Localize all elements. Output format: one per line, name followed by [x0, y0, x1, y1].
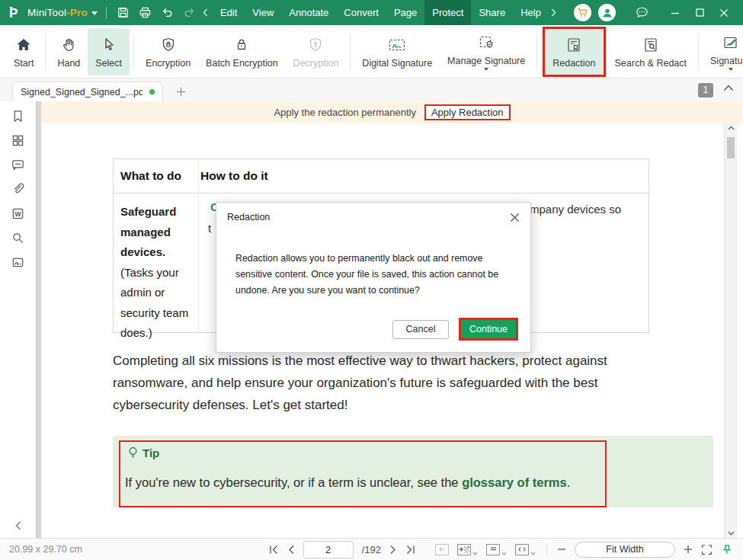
- minimize-button[interactable]: [664, 0, 687, 25]
- main-area: Apply the redaction permanently Apply Re…: [41, 101, 743, 538]
- panel-splitter[interactable]: [36, 101, 41, 538]
- page-number-input[interactable]: [303, 541, 354, 558]
- menu-page[interactable]: Page: [386, 0, 424, 25]
- table-header-what: What to do: [114, 169, 191, 183]
- shield-key-icon: [306, 35, 325, 55]
- ribbon-decryption-button[interactable]: Decryption: [286, 28, 347, 75]
- tip-callout-box: Tip If you're new to cybersecurity, or i…: [113, 436, 713, 507]
- ribbon-start-button[interactable]: Start: [6, 28, 41, 75]
- menubar: Edit View Annotate Convert Page Protect …: [213, 0, 549, 25]
- sidebar-collapse-button[interactable]: [0, 521, 36, 530]
- menu-scroll-left-icon[interactable]: [200, 8, 211, 17]
- undo-button[interactable]: [156, 0, 178, 25]
- ribbon-digital-signature-button[interactable]: Digital Signature: [354, 28, 440, 75]
- tip-body: If you're new to cybersecurity, or if a …: [125, 475, 570, 490]
- ribbon-manage-signature-button[interactable]: Manage Signature: [440, 28, 533, 75]
- pin-toolbar-button[interactable]: [721, 544, 732, 555]
- thumbnails-icon[interactable]: [11, 133, 26, 148]
- titlebar-right-cluster: [574, 0, 653, 25]
- scroll-mode-button[interactable]: [486, 544, 507, 555]
- scroll-down-icon[interactable]: [725, 531, 737, 536]
- table-cell-what: Safeguard managed devices. (Tasks your a…: [120, 202, 196, 344]
- ribbon-redaction-button[interactable]: Redaction: [545, 29, 603, 75]
- zoom-mode-select[interactable]: Fit Width: [575, 542, 675, 558]
- glossary-link[interactable]: glossary of terms: [462, 475, 567, 489]
- scrollbar-thumb[interactable]: [727, 137, 735, 158]
- table-cell-how-fragment: mpany devices so: [530, 203, 621, 216]
- ribbon-label: Select: [95, 58, 122, 69]
- ribbon-select-button[interactable]: Select: [88, 28, 130, 75]
- feedback-chat-icon[interactable]: [630, 0, 653, 25]
- first-page-button[interactable]: [269, 545, 279, 555]
- menu-annotate[interactable]: Annotate: [281, 0, 336, 25]
- scroll-mode-icon: [486, 544, 500, 555]
- scroll-up-icon[interactable]: [725, 126, 737, 130]
- table-cell-what-bold: Safeguard managed devices.: [120, 205, 176, 258]
- manage-signature-icon: [477, 33, 495, 53]
- ribbon-encryption-button[interactable]: Encryption: [138, 28, 198, 75]
- fullscreen-button[interactable]: [701, 544, 713, 555]
- next-page-button[interactable]: [389, 545, 397, 555]
- last-page-button[interactable]: [405, 545, 415, 555]
- zoom-out-button[interactable]: [557, 545, 566, 554]
- new-tab-button[interactable]: [171, 82, 191, 101]
- page-dimensions-label: 20.99 x 29.70 cm: [9, 544, 82, 555]
- dropdown-caret-icon: [484, 68, 488, 71]
- menu-view[interactable]: View: [245, 0, 281, 25]
- ribbon-search-redact-button[interactable]: Search & Redact: [607, 28, 695, 75]
- view-mode-controls: [435, 544, 536, 555]
- ribbon-label: Decryption: [293, 58, 339, 69]
- pdf-viewer: What to do How to do it Safeguard manage…: [41, 123, 737, 538]
- spread-mode-button[interactable]: [515, 544, 536, 555]
- page-display-mode-button[interactable]: [457, 544, 478, 555]
- collapse-ribbon-chevron-icon[interactable]: [723, 85, 734, 91]
- ribbon-label: Start: [14, 58, 34, 69]
- dialog-title: Redaction: [227, 212, 270, 222]
- ribbon-hand-button[interactable]: Hand: [50, 28, 88, 75]
- ribbon-toolbar: Start Hand Select Encryption Batch Encry…: [0, 25, 743, 78]
- document-tab-title: Signed_Signed_Signed_...pdf *: [21, 87, 143, 98]
- menu-edit[interactable]: Edit: [213, 0, 245, 25]
- search-icon[interactable]: [11, 230, 26, 245]
- app-menu-caret-icon[interactable]: [91, 11, 98, 16]
- titlebar: P MiniTool-Pro Edit View Annotate Conver…: [0, 0, 743, 25]
- continue-button[interactable]: Continue: [461, 320, 516, 338]
- dialog-message: Redaction allows you to permanently blac…: [235, 251, 522, 299]
- previous-view-button[interactable]: [435, 544, 449, 555]
- attachments-icon[interactable]: [11, 181, 26, 197]
- menu-share[interactable]: Share: [471, 0, 513, 25]
- word-panel-icon[interactable]: W: [11, 206, 26, 221]
- continue-highlight-box: Continue: [459, 318, 518, 341]
- vertical-scrollbar[interactable]: [724, 123, 737, 538]
- table-header-row: What to do How to do it: [114, 159, 649, 194]
- dialog-close-icon[interactable]: [508, 211, 520, 223]
- save-button[interactable]: [112, 0, 134, 25]
- document-tab[interactable]: Signed_Signed_Signed_...pdf *: [12, 82, 163, 101]
- menu-convert[interactable]: Convert: [336, 0, 386, 25]
- menu-help[interactable]: Help: [513, 0, 549, 25]
- signature-pen-icon: [722, 33, 740, 53]
- cursor-icon: [100, 35, 118, 55]
- menu-scroll-right-icon[interactable]: [549, 8, 559, 17]
- ribbon-label: Signature: [710, 56, 743, 66]
- redo-button[interactable]: [178, 0, 200, 25]
- ribbon-signature-button[interactable]: Signature: [703, 28, 743, 75]
- comments-icon[interactable]: [11, 157, 26, 172]
- hidden-text-fragment: t: [208, 222, 211, 235]
- apply-redaction-button[interactable]: Apply Redaction: [424, 104, 511, 120]
- store-cart-icon[interactable]: [574, 4, 591, 21]
- bookmarks-icon[interactable]: [11, 108, 26, 123]
- cancel-button[interactable]: Cancel: [392, 320, 449, 339]
- zoom-in-button[interactable]: [684, 545, 693, 554]
- redaction-dialog: Redaction Redaction allows you to perman…: [216, 202, 531, 353]
- page-position-badge: 1: [698, 83, 713, 98]
- maximize-button[interactable]: [688, 0, 711, 25]
- ribbon-label: Encryption: [146, 58, 191, 69]
- signature-panel-icon[interactable]: [11, 254, 26, 270]
- close-button[interactable]: [713, 0, 735, 25]
- menu-protect[interactable]: Protect: [424, 0, 471, 25]
- account-avatar[interactable]: [598, 4, 616, 21]
- ribbon-batch-encryption-button[interactable]: Batch Encryption: [198, 28, 286, 75]
- previous-page-button[interactable]: [287, 545, 295, 555]
- print-button[interactable]: [134, 0, 156, 25]
